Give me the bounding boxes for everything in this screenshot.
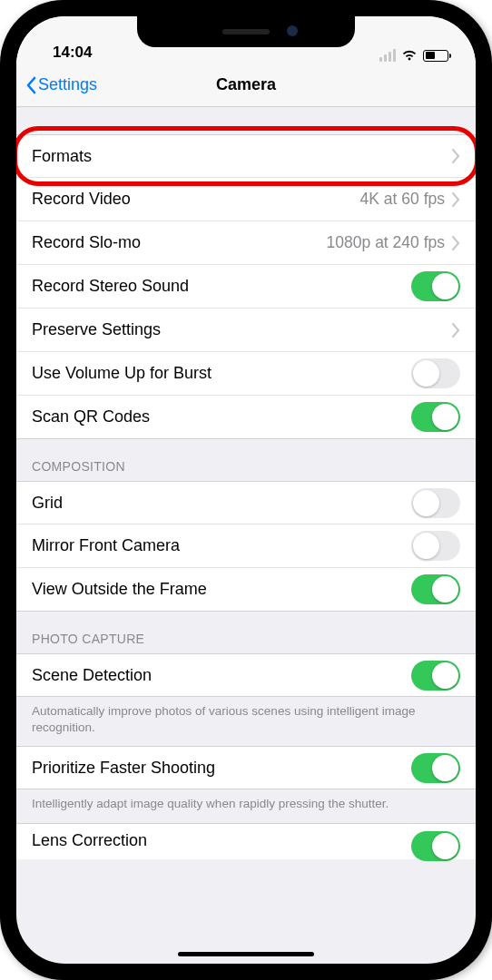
volume-up-button [0, 177, 1, 239]
mirror-front-label: Mirror Front Camera [32, 536, 411, 555]
prioritize-fast-cell: Prioritize Faster Shooting [16, 746, 476, 789]
battery-icon [423, 50, 448, 62]
volume-burst-toggle[interactable] [411, 358, 460, 388]
home-indicator[interactable] [178, 952, 314, 956]
chevron-right-icon [452, 236, 460, 250]
battery-fill [426, 52, 435, 59]
mirror-front-toggle[interactable] [411, 531, 460, 561]
silent-switch [0, 122, 1, 155]
stereo-sound-cell: Record Stereo Sound [16, 265, 476, 309]
screen: 14:04 Settings Camera [16, 16, 476, 964]
record-slomo-cell[interactable]: Record Slo-mo 1080p at 240 fps [16, 221, 476, 265]
stereo-sound-label: Record Stereo Sound [32, 277, 411, 296]
scene-detection-footer: Automatically improve photos of various … [16, 697, 476, 737]
volume-down-button [0, 254, 1, 316]
scan-qr-label: Scan QR Codes [32, 407, 411, 426]
record-slomo-value: 1080p at 240 fps [327, 233, 445, 252]
scan-qr-cell: Scan QR Codes [16, 396, 476, 439]
composition-header: COMPOSITION [16, 439, 476, 481]
status-time: 14:04 [53, 44, 92, 62]
scan-qr-toggle[interactable] [411, 402, 460, 432]
lens-correction-toggle[interactable] [411, 831, 460, 861]
volume-burst-cell: Use Volume Up for Burst [16, 352, 476, 396]
notch [137, 16, 355, 47]
grid-toggle[interactable] [411, 488, 460, 518]
prioritize-fast-footer: Intelligently adapt image quality when r… [16, 789, 476, 814]
stereo-sound-toggle[interactable] [411, 271, 460, 301]
scene-detection-label: Scene Detection [32, 666, 411, 685]
status-icons [379, 49, 448, 62]
record-video-cell[interactable]: Record Video 4K at 60 fps [16, 178, 476, 221]
photo-capture-header: PHOTO CAPTURE [16, 612, 476, 653]
view-outside-label: View Outside the Frame [32, 580, 411, 599]
chevron-right-icon [452, 323, 460, 338]
preserve-settings-label: Preserve Settings [32, 320, 452, 339]
back-label: Settings [38, 75, 97, 94]
chevron-left-icon [25, 76, 36, 94]
mirror-front-cell: Mirror Front Camera [16, 524, 476, 568]
chevron-right-icon [452, 149, 460, 163]
phone-frame: 14:04 Settings Camera [0, 0, 492, 980]
lens-correction-cell: Lens Correction [16, 823, 476, 859]
speaker-grille [222, 29, 270, 34]
view-outside-toggle[interactable] [411, 574, 460, 604]
front-camera [287, 25, 298, 36]
formats-cell[interactable]: Formats [16, 134, 476, 178]
volume-burst-label: Use Volume Up for Burst [32, 364, 411, 383]
record-slomo-label: Record Slo-mo [32, 233, 327, 252]
wifi-icon [401, 49, 418, 62]
preserve-settings-cell[interactable]: Preserve Settings [16, 309, 476, 352]
back-button[interactable]: Settings [25, 75, 97, 94]
lens-correction-label: Lens Correction [32, 831, 411, 850]
record-video-value: 4K at 60 fps [360, 190, 445, 209]
grid-cell: Grid [16, 481, 476, 524]
scene-detection-toggle[interactable] [411, 661, 460, 691]
prioritize-fast-label: Prioritize Faster Shooting [32, 759, 411, 778]
chevron-right-icon [452, 192, 460, 207]
record-video-label: Record Video [32, 190, 360, 209]
scene-detection-cell: Scene Detection [16, 653, 476, 697]
formats-label: Formats [32, 147, 452, 166]
settings-content[interactable]: Formats Record Video 4K at 60 fps Record… [16, 107, 476, 964]
cellular-signal-icon [379, 49, 396, 62]
nav-bar: Settings Camera [16, 64, 476, 107]
prioritize-fast-toggle[interactable] [411, 753, 460, 783]
view-outside-cell: View Outside the Frame [16, 568, 476, 612]
grid-label: Grid [32, 494, 411, 513]
page-title: Camera [216, 75, 276, 94]
